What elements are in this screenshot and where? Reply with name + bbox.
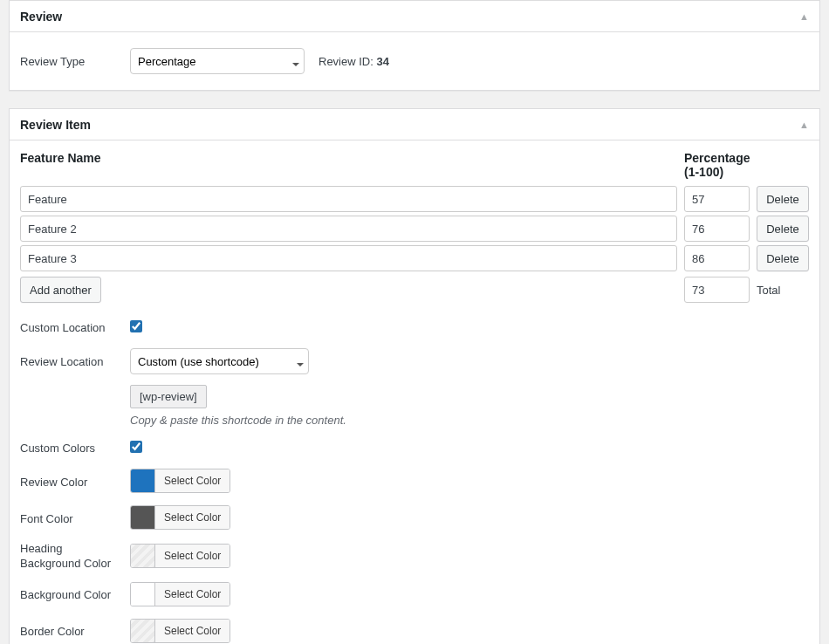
custom-colors-label: Custom Colors: [20, 442, 116, 455]
feature-pct-input[interactable]: [684, 216, 750, 242]
review-type-label: Review Type: [20, 55, 116, 68]
feature-row: Delete: [20, 245, 809, 271]
custom-location-checkbox[interactable]: [130, 320, 142, 332]
feature-pct-input[interactable]: [684, 245, 750, 271]
heading-bg-color-button[interactable]: Select Color: [155, 545, 230, 567]
heading-bg-color-picker[interactable]: Select Color: [130, 544, 230, 568]
bg-color-swatch: [131, 583, 155, 606]
panel-review-toggle[interactable]: ▲: [799, 11, 809, 22]
review-id: Review ID: 34: [319, 55, 389, 68]
heading-bg-color-label: Heading Background Color: [20, 542, 116, 572]
review-color-button[interactable]: Select Color: [155, 469, 230, 492]
custom-location-label: Custom Location: [20, 321, 116, 334]
panel-review-item-header: Review Item ▲: [10, 109, 819, 140]
add-another-wrap: Add another: [20, 277, 101, 303]
feature-pct-input[interactable]: [684, 186, 750, 212]
panel-review-title: Review: [20, 10, 62, 24]
feature-name-input[interactable]: [20, 216, 677, 242]
font-color-label: Font Color: [20, 512, 116, 525]
panel-review-item-title: Review Item: [20, 118, 91, 132]
review-color-picker[interactable]: Select Color: [130, 469, 230, 493]
border-color-button[interactable]: Select Color: [155, 620, 230, 642]
font-color-picker[interactable]: Select Color: [130, 505, 230, 530]
feature-table: Feature Name Percentage(1-100) DeleteDel…: [20, 151, 809, 303]
feature-name-input[interactable]: [20, 186, 677, 212]
shortcode-hint: Copy & paste this shortcode in the conte…: [130, 414, 346, 427]
bg-color-label: Background Color: [20, 588, 116, 601]
bg-color-button[interactable]: Select Color: [155, 583, 230, 606]
bg-color-picker[interactable]: Select Color: [130, 582, 230, 606]
border-color-label: Border Color: [20, 625, 116, 638]
review-color-label: Review Color: [20, 476, 116, 489]
total-value-input[interactable]: [684, 277, 750, 303]
heading-bg-color-swatch: [131, 545, 155, 567]
add-another-button[interactable]: Add another: [20, 277, 101, 303]
panel-review-item-toggle[interactable]: ▲: [799, 120, 809, 130]
review-color-swatch: [131, 469, 155, 492]
font-color-swatch: [131, 506, 155, 529]
border-color-swatch: [131, 620, 155, 642]
feature-delete-button[interactable]: Delete: [757, 186, 809, 212]
review-type-select-wrap[interactable]: Percentage: [130, 48, 305, 74]
shortcode-box[interactable]: [wp-review]: [130, 385, 207, 408]
border-color-picker[interactable]: Select Color: [130, 619, 230, 643]
feature-row: Delete: [20, 216, 809, 242]
panel-review-item: Review Item ▲ Feature Name Percentage(1-…: [9, 108, 820, 644]
col-header-name: Feature Name: [20, 151, 677, 179]
feature-row: Delete: [20, 186, 809, 212]
review-location-select[interactable]: Custom (use shortcode): [130, 348, 309, 374]
review-type-select[interactable]: Percentage: [130, 48, 305, 74]
panel-review: Review ▲ Review Type Percentage Review I…: [9, 0, 820, 91]
feature-delete-button[interactable]: Delete: [757, 245, 809, 271]
review-location-label: Review Location: [20, 355, 116, 368]
review-location-select-wrap[interactable]: Custom (use shortcode): [130, 348, 309, 374]
total-label: Total: [757, 284, 809, 297]
col-header-pct: Percentage(1-100): [684, 151, 750, 179]
font-color-button[interactable]: Select Color: [155, 506, 230, 529]
panel-review-header: Review ▲: [10, 1, 819, 32]
custom-colors-checkbox[interactable]: [130, 441, 142, 453]
feature-name-input[interactable]: [20, 245, 677, 271]
feature-delete-button[interactable]: Delete: [757, 216, 809, 242]
